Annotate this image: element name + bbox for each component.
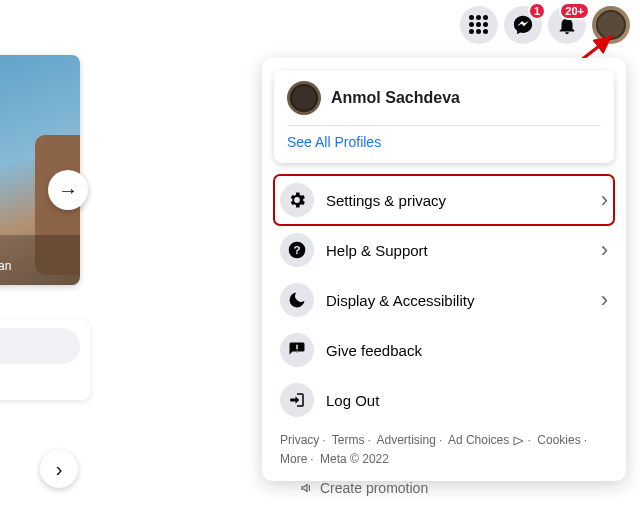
menu-settings-privacy[interactable]: Settings & privacy › [274,175,614,225]
menu-label: Log Out [326,392,608,409]
messenger-button[interactable]: 1 [504,6,542,44]
footer-advertising[interactable]: Advertising [377,433,436,447]
story-caption: man [0,235,80,285]
menu-label: Give feedback [326,342,608,359]
create-promotion-label: Create promotion [320,480,428,496]
left-pill-button[interactable] [0,328,80,364]
dropdown-footer: Privacy· Terms· Advertising· Ad Choices … [274,425,614,469]
grid-icon [469,15,489,35]
menu-label: Settings & privacy [326,192,601,209]
footer-cookies[interactable]: Cookies [537,433,580,447]
help-icon: ? [280,233,314,267]
messenger-badge: 1 [528,2,546,20]
avatar-icon [287,81,321,115]
feedback-icon [280,333,314,367]
menu-label: Display & Accessibility [326,292,601,309]
profile-card: Anmol Sachdeva See All Profiles [274,70,614,163]
profile-row[interactable]: Anmol Sachdeva [287,81,601,115]
footer-more[interactable]: More [280,452,307,466]
logout-icon [280,383,314,417]
chevron-right-icon: › [56,458,63,481]
footer-adchoices[interactable]: Ad Choices [448,433,509,447]
svg-text:?: ? [293,243,300,256]
menu-give-feedback[interactable]: Give feedback [274,325,614,375]
adchoices-icon [513,436,525,446]
footer-privacy[interactable]: Privacy [280,433,319,447]
menu-display-accessibility[interactable]: Display & Accessibility › [274,275,614,325]
create-promotion-link[interactable]: Create promotion [300,480,428,496]
chevron-right-icon: › [601,289,608,311]
moon-icon [280,283,314,317]
gear-icon [280,183,314,217]
menu-log-out[interactable]: Log Out [274,375,614,425]
account-avatar-button[interactable] [592,6,630,44]
menu-help-support[interactable]: ? Help & Support › [274,225,614,275]
footer-terms[interactable]: Terms [332,433,365,447]
notifications-badge: 20+ [559,2,590,20]
profile-name: Anmol Sachdeva [331,89,460,107]
footer-meta: Meta © 2022 [320,452,389,466]
notifications-button[interactable]: 20+ [548,6,586,44]
arrow-right-icon: → [58,179,78,202]
chevron-right-icon: › [601,239,608,261]
left-next-button[interactable]: › [40,450,78,488]
see-all-profiles-link[interactable]: See All Profiles [287,134,601,150]
megaphone-icon [300,481,314,495]
menu-label: Help & Support [326,242,601,259]
chevron-right-icon: › [601,189,608,211]
account-dropdown: Anmol Sachdeva See All Profiles Settings… [262,58,626,481]
menu-grid-button[interactable] [460,6,498,44]
divider [287,125,601,126]
story-next-button[interactable]: → [48,170,88,210]
